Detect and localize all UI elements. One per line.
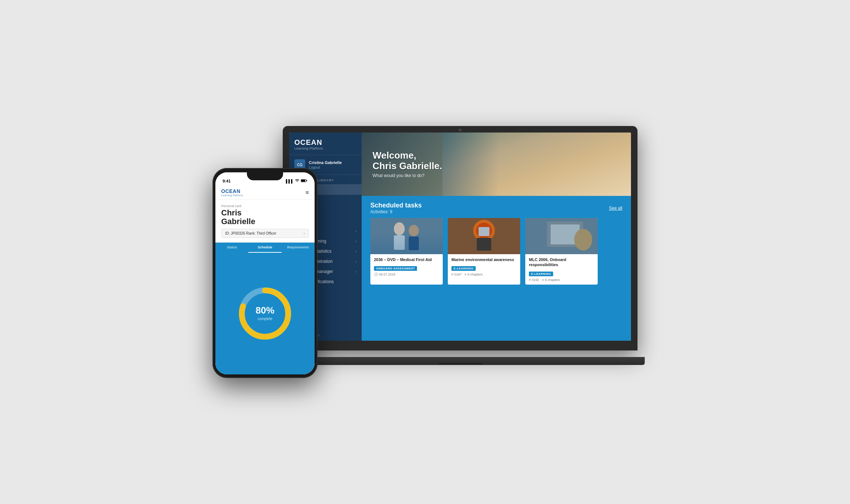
phone-app: OCEAN Learning Platform ≡ Personal card …	[215, 185, 315, 374]
activity-cards-row: 2036 – DVD – Medical First Aid ONBOARD A…	[370, 218, 622, 285]
training-chevron-icon: ›	[355, 260, 357, 264]
svg-rect-8	[370, 218, 443, 254]
laptop-outer: OCEAN Learning Platform CG Cristina Gabr…	[283, 126, 638, 350]
phone-personal-card: Personal card Chris Gabrielle ID: JP0032…	[215, 200, 315, 243]
scheduled-header: Scheduled tasks Activities: 9 See all	[370, 202, 622, 214]
hash-icon: #	[451, 273, 453, 276]
phone-header: OCEAN Learning Platform ≡	[215, 185, 315, 200]
svg-point-4	[394, 222, 405, 235]
phone-logo: OCEAN Learning Platform	[221, 188, 243, 197]
hamburger-icon[interactable]: ≡	[306, 189, 309, 196]
card-3-title: MLC 2006, Onboard responsibilities	[529, 257, 594, 268]
card-2-image	[448, 218, 520, 254]
tab-status[interactable]: Status	[215, 243, 248, 253]
phone-chart-area: 80% complete	[215, 253, 315, 374]
donut-center-text: 80% complete	[256, 306, 274, 322]
reports-chevron-icon: ›	[355, 249, 357, 253]
rapid-elearning-chevron-icon: ›	[355, 239, 357, 243]
phone-brand-tagline: Learning Platform	[221, 194, 243, 197]
phone-tabs: Status Schedule Requirements	[215, 243, 315, 253]
card-1-meta: 🕐 09.07.2018	[374, 273, 439, 276]
sidebar-logo: OCEAN Learning Platform	[289, 133, 362, 155]
donut-percent: 80%	[256, 306, 274, 315]
hash-icon-3: #	[529, 278, 531, 282]
card-1-date: 🕐 09.07.2018	[374, 273, 395, 276]
phone-time: 9:41	[223, 179, 231, 183]
card-2-body: Marine environmental awareness E-LEARNIN…	[448, 254, 520, 279]
svg-rect-22	[307, 180, 307, 181]
hero-people-image	[442, 133, 631, 196]
activities-count: Activities: 9	[370, 209, 422, 214]
card-1-title: 2036 – DVD – Medical First Aid	[374, 257, 439, 262]
card-3-badge: E-LEARNING	[529, 272, 553, 276]
phone-id-badge[interactable]: ID: JP00326 Rank: Third Officer ›	[221, 229, 309, 238]
svg-rect-3	[370, 218, 443, 254]
battery-icon	[301, 179, 307, 183]
activity-card-2[interactable]: Marine environmental awareness E-LEARNIN…	[448, 218, 520, 285]
card-3-meta: # 0192 ≡ 6 chapters	[529, 278, 594, 282]
card-3-code: # 0192	[529, 278, 539, 282]
user-full-name: Cristina Gabrielle	[309, 160, 342, 165]
scheduled-section: Scheduled tasks Activities: 9 See all	[362, 196, 631, 341]
hero-text: Welcome, Chris Gabrielle. What would you…	[373, 150, 442, 178]
card-2-meta: # 0187 ≡ 9 chapters	[451, 273, 517, 276]
scene: OCEAN Learning Platform CG Cristina Gabr…	[212, 126, 638, 378]
laptop-base	[275, 357, 645, 365]
main-content: Welcome, Chris Gabrielle. What would you…	[362, 133, 631, 341]
chapters-icon: ≡	[464, 273, 466, 276]
card-2-code: # 0187	[451, 273, 462, 276]
phone: 9:41 ▌▌▌ OCEAN Learning Pl	[212, 168, 317, 378]
card-2-chapters: ≡ 9 chapters	[464, 273, 483, 276]
card-1-image	[370, 218, 443, 254]
card-3-image	[525, 218, 598, 254]
brand-name: OCEAN	[294, 138, 357, 147]
phone-screen: 9:41 ▌▌▌ OCEAN Learning Pl	[215, 172, 315, 374]
card-3-chapters: ≡ 6 chapters	[542, 278, 560, 282]
card-1-badge: ONBOARD ASSESSMENT	[374, 266, 417, 271]
signal-icon: ▌▌▌	[286, 179, 294, 183]
hero-welcome: Welcome, Chris Gabrielle.	[373, 150, 442, 172]
laptop-screen: OCEAN Learning Platform CG Cristina Gabr…	[289, 133, 631, 341]
card-1-body: 2036 – DVD – Medical First Aid ONBOARD A…	[370, 254, 443, 279]
see-all-link[interactable]: See all	[609, 206, 622, 211]
tab-requirements[interactable]: Requirements	[282, 243, 315, 253]
calendar-icon: 🕐	[374, 273, 378, 276]
svg-rect-14	[448, 218, 520, 254]
card-2-badge: E-LEARNING	[451, 266, 476, 271]
laptop: OCEAN Learning Platform CG Cristina Gabr…	[283, 126, 638, 365]
svg-rect-5	[394, 235, 405, 250]
activity-card-1[interactable]: 2036 – DVD – Medical First Aid ONBOARD A…	[370, 218, 443, 285]
svg-rect-7	[409, 236, 419, 250]
phone-user-name: Chris Gabrielle	[221, 209, 309, 226]
id-chevron-icon: ›	[304, 231, 305, 235]
card-2-title: Marine environmental awareness	[451, 257, 517, 262]
svg-rect-21	[301, 180, 305, 182]
svg-rect-19	[525, 218, 598, 254]
phone-status-icons: ▌▌▌	[286, 179, 307, 183]
brand-tagline: Learning Platform	[294, 147, 357, 150]
personnel-chevron-icon: ›	[355, 229, 357, 233]
wifi-icon	[295, 179, 299, 183]
card-3-body: MLC 2006, Onboard responsibilities E-LEA…	[525, 254, 598, 285]
chapters-icon-3: ≡	[542, 278, 544, 282]
tab-schedule[interactable]: Schedule	[248, 243, 281, 253]
scheduled-title: Scheduled tasks	[370, 202, 422, 209]
personal-card-label: Personal card	[221, 204, 309, 208]
phone-notch	[247, 172, 283, 180]
evaluation-chevron-icon: ›	[355, 270, 357, 274]
laptop-camera	[459, 129, 462, 131]
scheduled-title-group: Scheduled tasks Activities: 9	[370, 202, 422, 214]
svg-point-6	[409, 225, 419, 236]
donut-chart: 80% complete	[236, 285, 294, 343]
hero-banner: Welcome, Chris Gabrielle. What would you…	[362, 133, 631, 196]
activity-card-3[interactable]: MLC 2006, Onboard responsibilities E-LEA…	[525, 218, 598, 285]
donut-label: complete	[258, 317, 273, 321]
phone-brand-name: OCEAN	[221, 188, 243, 194]
hero-subtitle: What would you like to do?	[373, 173, 442, 178]
